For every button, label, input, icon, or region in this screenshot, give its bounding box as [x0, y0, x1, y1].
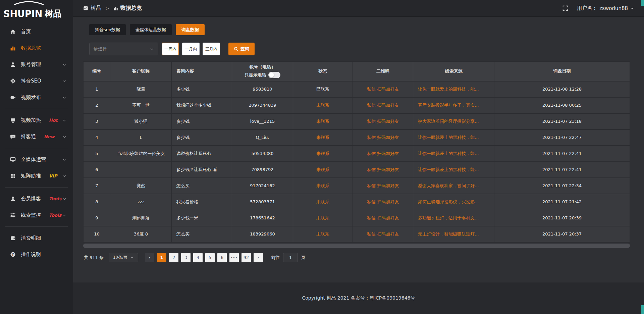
- cell-source: 客厅安装投影半年多了，真实...: [413, 97, 494, 113]
- cell-date: 2021-11-07 22:41: [494, 162, 630, 178]
- sidebar: SHUPIN 树品 首页 数据总览 账号管理 抖音SEO 视频发布: [0, 0, 73, 314]
- prev-page-button[interactable]: ‹: [145, 253, 154, 262]
- cell-date: 2021-11-08 12:28: [494, 81, 630, 97]
- user-menu[interactable]: 用户名：zswodun88: [577, 5, 634, 11]
- table-row: 7 觉然 怎么买 917024162 未联系 私信 扫码加好友 感谢大家喜欢我家…: [84, 178, 630, 194]
- sidebar-item-label: 线索监控: [21, 212, 41, 218]
- status-badge: 未联系: [316, 215, 329, 220]
- sidebar-item-douyin-seo[interactable]: 抖音SEO: [0, 73, 73, 89]
- page-button[interactable]: 6: [217, 253, 227, 262]
- qrcode-link[interactable]: 私信 扫码加好友: [367, 231, 399, 237]
- table-scrollbar[interactable]: [83, 244, 630, 248]
- screen-icon: [10, 117, 16, 123]
- sidebar-item-video-publish[interactable]: 视频发布: [0, 89, 73, 106]
- page-size-select[interactable]: 10条/页: [109, 253, 138, 262]
- sidebar-item-consumption-detail[interactable]: 消费明细: [0, 230, 73, 246]
- col-header-nickname: 客户昵称: [110, 62, 172, 81]
- page-button[interactable]: 92: [241, 253, 251, 262]
- date-range-button[interactable]: 一月内: [182, 43, 200, 55]
- sidebar-item-data-overview[interactable]: 数据总览: [0, 40, 73, 56]
- qrcode-link[interactable]: 私信 扫码加好友: [367, 151, 399, 156]
- scrollbar-thumb-bottom[interactable]: [641, 305, 644, 314]
- page-button[interactable]: 2: [169, 253, 178, 262]
- source-link[interactable]: 让你一眼就爱上的黑科技，能...: [418, 151, 479, 156]
- page-button[interactable]: 3: [181, 253, 191, 262]
- table-row: 8 zzz 我只看价格 572803371 未联系 私信 扫码加好友 如何正确选…: [84, 194, 630, 210]
- cell-status: 未联系: [293, 210, 353, 226]
- sidebar-item-member-baoke[interactable]: 会员爆客 Tools: [0, 191, 73, 207]
- svg-text:?: ?: [12, 253, 14, 256]
- cell-nickname: 觉然: [110, 178, 172, 194]
- data-tab[interactable]: 全媒体运营数据: [130, 24, 172, 35]
- cell-source: 无主灯设计，智能磁吸轨道灯...: [413, 226, 494, 242]
- goto-page-input[interactable]: [283, 253, 298, 262]
- sidebar-divider: [5, 187, 68, 188]
- sidebar-item-media-ops[interactable]: 全媒体运营: [0, 151, 73, 168]
- sidebar-item-matrix-boost[interactable]: 矩阵助推 VIP: [0, 168, 73, 184]
- date-range-button[interactable]: 一周内: [162, 43, 179, 55]
- source-link[interactable]: 让你一眼就爱上的黑科技，能...: [418, 167, 479, 172]
- cell-content: 说说价格让我死心: [172, 146, 232, 162]
- page-button[interactable]: 5: [205, 253, 215, 262]
- col-header-source: 线索来源: [413, 62, 494, 81]
- cell-date: 2021-11-07 21:42: [494, 194, 630, 210]
- data-tab[interactable]: 询盘数据: [176, 24, 205, 35]
- page-button[interactable]: 4: [193, 253, 203, 262]
- source-link[interactable]: 如何正确选择投影仪，买投影...: [418, 199, 479, 204]
- sidebar-item-label: 矩阵助推: [21, 173, 41, 179]
- qrcode-link[interactable]: 私信 扫码加好友: [367, 119, 399, 124]
- cell-id: 4: [84, 129, 110, 146]
- sidebar-item-home[interactable]: 首页: [0, 23, 73, 40]
- source-link[interactable]: 感谢大家喜欢我家，被问了好...: [418, 183, 479, 188]
- source-link[interactable]: 无主灯设计，智能磁吸轨道灯...: [418, 231, 479, 237]
- search-button[interactable]: 查询: [228, 43, 255, 55]
- page-button[interactable]: 1: [157, 253, 166, 262]
- cell-account: 50534380: [232, 146, 293, 162]
- sidebar-item-operation-guide[interactable]: ? 操作说明: [0, 246, 73, 263]
- data-tab[interactable]: 抖音seo数据: [89, 24, 126, 35]
- new-badge: New: [44, 134, 55, 139]
- cell-date: 2021-11-07 20:37: [494, 226, 630, 242]
- inquiry-filter-select[interactable]: 请选择: [89, 43, 158, 55]
- cell-status: 未联系: [293, 97, 353, 113]
- qrcode-link[interactable]: 私信 扫码加好友: [367, 199, 399, 204]
- qrcode-link[interactable]: 私信 扫码加好友: [367, 87, 399, 92]
- brand-logo[interactable]: SHUPIN 树品: [0, 0, 73, 19]
- sidebar-item-clue-monitor[interactable]: 线索监控 Tools: [0, 207, 73, 223]
- qrcode-link[interactable]: 私信 扫码加好友: [367, 183, 399, 188]
- source-link[interactable]: 多功能护栏灯，适用于乡村文...: [418, 215, 479, 220]
- cell-account: 70898792: [232, 162, 293, 178]
- col-header-account: 帐号（电话） 只显示电话: [232, 62, 293, 81]
- sidebar-item-label: 抖客通: [21, 134, 36, 140]
- qrcode-link[interactable]: 私信 扫码加好友: [367, 167, 399, 172]
- cell-status: 未联系: [293, 178, 353, 194]
- sidebar-item-label: 账号管理: [21, 61, 41, 68]
- phone-only-toggle[interactable]: [268, 72, 280, 78]
- page-button[interactable]: •••: [229, 253, 239, 262]
- sidebar-divider: [5, 148, 68, 148]
- sidebar-item-video-heat[interactable]: 视频加热 Hot: [0, 112, 73, 128]
- data-tabs: 抖音seo数据 全媒体运营数据 询盘数据: [89, 24, 630, 35]
- source-link[interactable]: 客厅安装投影半年多了，真实...: [418, 103, 479, 108]
- qrcode-link[interactable]: 私信 扫码加好友: [367, 103, 399, 108]
- chevron-down-icon: [150, 47, 154, 51]
- col-header-id: 编号: [84, 62, 110, 81]
- sidebar-item-doukeTong[interactable]: 抖客通 New: [0, 128, 73, 145]
- source-link[interactable]: 让你一眼就爱上的黑科技，能...: [418, 135, 479, 140]
- breadcrumb-current: 数据总览: [113, 5, 142, 12]
- sidebar-item-label: 数据总览: [21, 45, 41, 51]
- fullscreen-button[interactable]: [562, 5, 568, 11]
- cell-nickname: 潮起潮落: [110, 210, 172, 226]
- date-range-button[interactable]: 三月内: [203, 43, 220, 55]
- sidebar-item-account-manage[interactable]: 账号管理: [0, 56, 73, 73]
- cell-status: 未联系: [293, 113, 353, 129]
- scrollbar-thumb-top[interactable]: [641, 0, 644, 6]
- source-link[interactable]: 被大家追着问的客厅投影分享...: [418, 119, 479, 124]
- question-circle-icon: ?: [10, 252, 16, 257]
- qrcode-link[interactable]: 私信 扫码加好友: [367, 135, 399, 140]
- cell-content: 怎么买: [172, 178, 232, 194]
- qrcode-link[interactable]: 私信 扫码加好友: [367, 215, 399, 220]
- breadcrumb-root[interactable]: 树品: [83, 5, 101, 12]
- next-page-button[interactable]: ›: [254, 253, 263, 262]
- source-link[interactable]: 让你一眼就爱上的黑科技，能...: [418, 87, 479, 92]
